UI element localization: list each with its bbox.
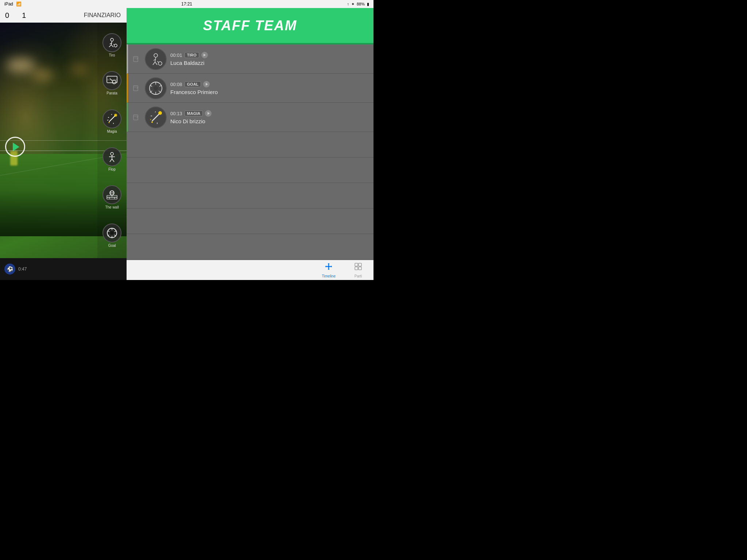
event-row-empty-3 (127, 183, 374, 209)
event-player-goal: Francesco Primiero (170, 89, 371, 95)
action-btn-flop[interactable]: Flop (102, 147, 121, 171)
edit-icon-tiro[interactable] (131, 54, 141, 64)
svg-point-12 (114, 114, 117, 117)
flop-icon (102, 147, 121, 166)
staff-panel: STAFF TEAM (127, 8, 374, 280)
light-spot-1 (6, 58, 35, 73)
status-bar: iPad 📶 17:21 ↑ ✦ 88% ▮ (0, 0, 374, 8)
parata-icon (102, 71, 121, 90)
svg-line-15 (111, 114, 112, 115)
light-spot-2 (32, 70, 54, 81)
parata-label: Parata (107, 91, 117, 95)
svg-line-16 (107, 120, 108, 120)
svg-line-2 (109, 45, 111, 47)
status-right: ↑ ✦ 88% ▮ (347, 2, 369, 7)
video-title-bar: 0 1 FINANZIARIO (0, 8, 127, 23)
svg-point-49 (158, 62, 162, 65)
video-bottom-bar: ⚽ 0:47 (0, 258, 127, 280)
event-play-btn-goal[interactable] (203, 81, 210, 88)
svg-point-0 (111, 38, 113, 41)
parti-icon (354, 262, 363, 273)
svg-line-22 (112, 159, 114, 162)
action-buttons-column: Tiro Parata (97, 23, 127, 258)
action-btn-tiro[interactable]: Tiro (102, 33, 121, 57)
svg-line-47 (155, 62, 157, 65)
event-player-magia: Nico Di brizzio (170, 118, 371, 124)
thewall-label: The wall (105, 205, 119, 209)
event-player-tiro: Luca Baldazzi (170, 60, 371, 66)
svg-point-17 (109, 122, 110, 123)
action-btn-parata[interactable]: Parata (102, 71, 121, 95)
event-row-empty-1 (127, 132, 374, 158)
svg-point-34 (110, 231, 114, 235)
svg-rect-82 (359, 263, 361, 266)
device-name: iPad (4, 1, 13, 7)
svg-point-78 (328, 268, 329, 270)
avatar-goal (145, 77, 167, 99)
action-btn-thewall[interactable]: The wall (102, 185, 121, 209)
location-icon: ↑ (347, 2, 349, 6)
svg-point-18 (111, 152, 113, 155)
event-play-btn-magia[interactable] (205, 110, 212, 117)
svg-point-55 (154, 86, 158, 90)
tab-timeline[interactable]: Timeline (322, 262, 336, 278)
event-info-tiro: 00:01 TIRO Luca Baldazzi (170, 52, 371, 66)
event-row-magia: 00:13 MAGIA Nico Di brizzio (127, 103, 374, 132)
tab-parti[interactable]: Parti (354, 262, 363, 278)
edit-icon-magia[interactable] (131, 112, 141, 122)
action-btn-magia[interactable]: Magia (102, 109, 121, 133)
play-triangle-icon (13, 143, 19, 151)
event-tag-magia: MAGIA (185, 110, 203, 116)
event-row-empty-5 (127, 234, 374, 260)
events-list: 00:01 TIRO Luca Baldazzi (127, 44, 374, 260)
svg-line-6 (113, 44, 115, 45)
tiro-label: Tiro (109, 53, 115, 57)
event-play-btn-tiro[interactable] (201, 52, 208, 58)
battery-percentage: 88% (357, 2, 365, 6)
score-separator (13, 11, 18, 20)
svg-point-5 (114, 44, 117, 47)
event-row-tiro: 00:01 TIRO Luca Baldazzi (127, 44, 374, 74)
svg-point-44 (154, 54, 158, 57)
video-panel: 0 1 FINANZIARIO (0, 8, 127, 280)
avatar-magia (145, 106, 167, 128)
team-name: FINANZIARIO (84, 12, 121, 19)
event-time-tag-magia: 00:13 MAGIA (170, 110, 371, 117)
event-time-tiro: 00:01 (170, 52, 182, 58)
score-display: 0 1 (5, 11, 26, 20)
goal-label: Goal (108, 244, 116, 248)
timeline-icon (324, 262, 333, 273)
main-container: 0 1 FINANZIARIO (0, 8, 374, 280)
play-triangle-goal (206, 83, 208, 86)
svg-line-69 (155, 112, 156, 112)
svg-rect-84 (359, 267, 361, 270)
svg-point-9 (112, 80, 116, 84)
bluetooth-icon: ✦ (351, 2, 355, 7)
action-btn-goal[interactable]: Goal (102, 223, 121, 248)
battery-icon: ▮ (367, 2, 369, 7)
event-row-empty-2 (127, 158, 374, 183)
edit-icon-goal[interactable] (131, 83, 141, 93)
event-info-goal: 00:08 GOAL Francesco Primiero (170, 81, 371, 95)
avatar-tiro (145, 48, 167, 70)
wifi-icon: 📶 (16, 1, 22, 7)
svg-line-50 (157, 61, 159, 62)
svg-line-3 (111, 45, 113, 47)
svg-point-71 (150, 119, 151, 120)
event-time-goal: 00:08 (170, 82, 182, 87)
event-tag-goal: GOAL (185, 81, 201, 87)
svg-line-40 (108, 231, 109, 232)
svg-rect-7 (107, 76, 117, 83)
svg-rect-24 (107, 197, 117, 199)
svg-line-36 (115, 231, 116, 232)
timeline-label: Timeline (322, 274, 336, 278)
magia-icon (102, 109, 121, 128)
svg-point-80 (330, 266, 332, 267)
play-triangle-magia (208, 112, 210, 115)
event-time-tag-goal: 00:08 GOAL (170, 81, 371, 88)
event-tag-tiro: TIRO (185, 52, 199, 58)
svg-point-77 (328, 263, 329, 265)
goal-icon (102, 223, 121, 242)
play-button[interactable] (5, 137, 25, 157)
svg-point-79 (325, 266, 327, 267)
